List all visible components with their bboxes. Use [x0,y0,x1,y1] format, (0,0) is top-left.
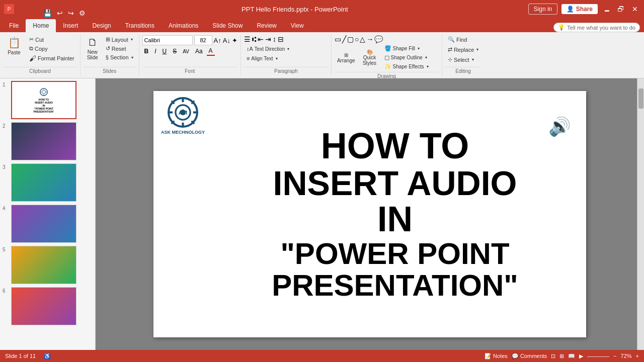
rectangle-shape[interactable]: ▭ [335,35,341,43]
slide-thumb-1[interactable]: HOW TOINSERT AUDIOIN"POWER POINTPRESENTA… [11,81,76,119]
layout-button[interactable]: ⊞ Layout ▾ [103,35,136,44]
slide-thumb-6[interactable] [11,287,76,325]
reset-button[interactable]: ↺ Reset [103,44,136,53]
tab-slideshow[interactable]: Slide Show [205,19,250,32]
arrow-shape[interactable]: → [366,35,373,43]
tab-review[interactable]: Review [250,19,283,32]
clear-formatting-button[interactable]: ✦ [232,37,237,44]
sign-in-button[interactable]: Sign in [528,4,558,15]
notes-icon: 📝 [485,353,492,359]
shape-fill-icon: 🪣 [384,45,391,52]
decrease-font-button[interactable]: A↓ [223,37,230,44]
change-case-button[interactable]: Aa [193,47,205,55]
vertical-scrollbar[interactable] [637,78,644,350]
quick-styles-button[interactable]: 🎨 Quick Styles [360,44,380,71]
increase-font-button[interactable]: A↑ [214,37,221,44]
numbering-button[interactable]: ⑆ [252,35,256,43]
slide-thumb-5[interactable] [11,246,76,284]
copy-button[interactable]: ⧉ Copy [27,44,77,53]
clipboard-secondary: ✂ Cut ⧉ Copy 🖌 Format Painter [27,35,77,63]
arrange-button[interactable]: ⊞ Arrange [335,44,358,71]
strikethrough-button[interactable]: S [171,47,179,55]
slide-item-3[interactable]: 3 [3,163,93,202]
font-size-input[interactable] [194,35,212,45]
select-icon: ⊹ [448,56,452,63]
drawing-group: ▭ ╱ ▢ ○ △ → 💬 ⊞ Arrange 🎨 Quick Styles [332,34,442,76]
shape-outline-button[interactable]: ▢ Shape Outline ▾ [382,53,431,62]
canvas-area: AM ASK MECHNOLOGY 🔊 HOW TO INSERT AUDIO … [96,78,644,350]
tab-insert[interactable]: Insert [56,19,85,32]
shape-fill-button[interactable]: 🪣 Shape Fill ▾ [382,44,431,53]
zoom-plus[interactable]: + [636,353,639,359]
slideshow-button[interactable]: ▶ [579,353,583,359]
titlebar: P 💾 ↩ ↪ ⚙ PPT Hello Friends.pptx - Power… [0,0,644,18]
font-group: A↑ A↓ ✦ B I U S AV Aa A Font [139,34,241,76]
replace-button[interactable]: ⇄ Replace ▾ [445,45,481,54]
tab-view[interactable]: View [284,19,311,32]
notes-button[interactable]: 📝 Notes [485,353,508,359]
tab-file[interactable]: File [2,19,26,32]
slide-number-5: 5 [3,246,9,252]
underline-button[interactable]: U [160,47,169,55]
slide-item-2[interactable]: 2 [3,122,93,160]
bold-button[interactable]: B [142,47,151,55]
minimize-button[interactable]: 🗕 [602,4,612,14]
columns-button[interactable]: ⊟ [278,35,284,43]
undo-button[interactable]: ↩ [56,8,64,18]
font-color-button[interactable]: A [207,47,215,56]
close-button[interactable]: ✕ [630,4,640,14]
slide-sorter-button[interactable]: ⊞ [559,353,564,359]
share-icon: 👤 [567,6,574,13]
format-painter-icon: 🖌 [29,54,36,62]
tab-animations[interactable]: Animations [162,19,205,32]
text-direction-button[interactable]: ↕A Text Direction ▾ [244,45,292,53]
reading-view-button[interactable]: 📖 [568,353,575,359]
cut-button[interactable]: ✂ Cut [27,35,77,44]
line-shape[interactable]: ╱ [342,35,346,43]
section-button[interactable]: § Section ▾ [103,53,136,61]
save-button[interactable]: 💾 [42,8,53,18]
slide-thumb-2[interactable] [11,122,76,160]
slide-item-4[interactable]: 4 [3,205,93,243]
select-button[interactable]: ⊹ Select ▾ [445,55,476,64]
slide-thumb-3[interactable] [11,163,76,202]
align-text-button[interactable]: ≡ Align Text ▾ [244,54,280,62]
restore-button[interactable]: 🗗 [616,4,626,14]
italic-button[interactable]: I [152,47,158,55]
zoom-slider[interactable]: ———— [587,353,609,359]
rounded-rect-shape[interactable]: ▢ [347,35,354,43]
decrease-indent-button[interactable]: ⇤ [258,35,264,43]
share-button[interactable]: 👤 Share [561,4,598,14]
slide-canvas[interactable]: AM ASK MECHNOLOGY 🔊 HOW TO INSERT AUDIO … [153,91,586,337]
slide-item-5[interactable]: 5 [3,246,93,284]
vertical-scroll-thumb[interactable] [638,88,643,109]
comments-button[interactable]: 💬 Comments [512,353,547,359]
callout-shape[interactable]: 💬 [374,35,383,43]
zoom-minus[interactable]: − [613,353,616,359]
slide-thumb-4[interactable] [11,205,76,243]
tab-home[interactable]: Home [26,19,56,32]
select-arrow: ▾ [472,57,474,62]
font-name-input[interactable] [142,35,193,45]
quick-styles-icon: 🎨 [367,49,373,55]
char-spacing-button[interactable]: AV [181,48,191,55]
tab-transitions[interactable]: Transitions [118,19,162,32]
line-spacing-button[interactable]: ↕ [273,35,276,43]
customize-qat-button[interactable]: ⚙ [78,8,87,18]
triangle-shape[interactable]: △ [360,35,365,43]
tell-me-box[interactable]: 💡 Tell me what you want to do [553,23,640,32]
format-painter-button[interactable]: 🖌 Format Painter [27,53,77,63]
normal-view-button[interactable]: ⊡ [551,353,555,359]
find-button[interactable]: 🔍 Find [445,35,469,44]
tab-design[interactable]: Design [85,19,118,32]
redo-button[interactable]: ↪ [67,8,75,18]
new-slide-button[interactable]: 🗋 New Slide [84,35,102,62]
slide-item-1[interactable]: 1 HOW TOINSERT AUDIOIN"POWER POINTPR [3,81,93,119]
bullets-button[interactable]: ☰ [244,35,251,43]
slide-item-6[interactable]: 6 [3,287,93,325]
thumb-slide1-text: HOW TOINSERT AUDIOIN"POWER POINTPRESENTA… [34,98,54,113]
oval-shape[interactable]: ○ [355,35,359,43]
increase-indent-button[interactable]: ⇥ [265,35,271,43]
shape-effects-button[interactable]: ✨ Shape Effects ▾ [382,62,431,71]
paste-button[interactable]: 📋 Paste [3,35,25,57]
